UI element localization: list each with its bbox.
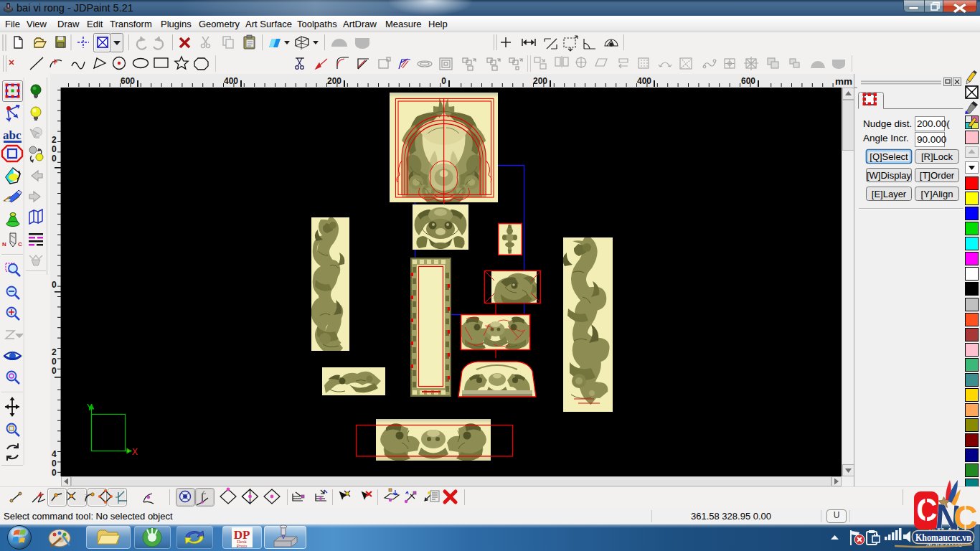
- svg-text:0: 0: [52, 154, 57, 164]
- svg-text:2: 2: [52, 135, 57, 145]
- svg-text:4: 4: [52, 449, 57, 459]
- svg-text:[Q]Select: [Q]Select: [870, 151, 908, 162]
- svg-text:N: N: [2, 241, 6, 248]
- svg-text:Nudge dist.: Nudge dist.: [863, 118, 912, 129]
- svg-text:0: 0: [52, 144, 57, 154]
- svg-text:0: 0: [52, 366, 57, 376]
- svg-text:Khomaucnc.vn: Khomaucnc.vn: [915, 532, 971, 543]
- svg-text:X: X: [132, 447, 138, 457]
- svg-text:0: 0: [52, 280, 57, 290]
- svg-text:400: 400: [224, 76, 238, 86]
- svg-text:[T]Order: [T]Order: [920, 170, 955, 181]
- svg-text:90.000: 90.000: [917, 134, 946, 145]
- svg-text:0: 0: [52, 357, 57, 367]
- svg-text:600: 600: [121, 76, 135, 86]
- svg-text:2: 2: [52, 347, 57, 357]
- svg-text:0: 0: [52, 468, 57, 476]
- svg-text:0: 0: [441, 76, 446, 86]
- svg-text:mm: mm: [835, 76, 852, 87]
- svg-text:200: 200: [327, 76, 341, 86]
- svg-text:C: C: [18, 241, 22, 248]
- svg-text:[Y]Align: [Y]Align: [921, 189, 953, 199]
- svg-text:600: 600: [741, 76, 755, 86]
- svg-text:0: 0: [52, 458, 57, 468]
- svg-text:Proto: Proto: [236, 543, 248, 548]
- svg-text:400: 400: [637, 76, 651, 86]
- svg-text:Angle Incr.: Angle Incr.: [863, 133, 909, 143]
- svg-text:[R]Lock: [R]Lock: [921, 151, 953, 162]
- svg-text:200.00(: 200.00(: [917, 118, 950, 129]
- svg-text:[E]Layer: [E]Layer: [872, 189, 907, 199]
- svg-text:abc: abc: [3, 128, 22, 142]
- svg-text:[W]Display: [W]Display: [867, 170, 912, 181]
- svg-text:200: 200: [533, 76, 547, 86]
